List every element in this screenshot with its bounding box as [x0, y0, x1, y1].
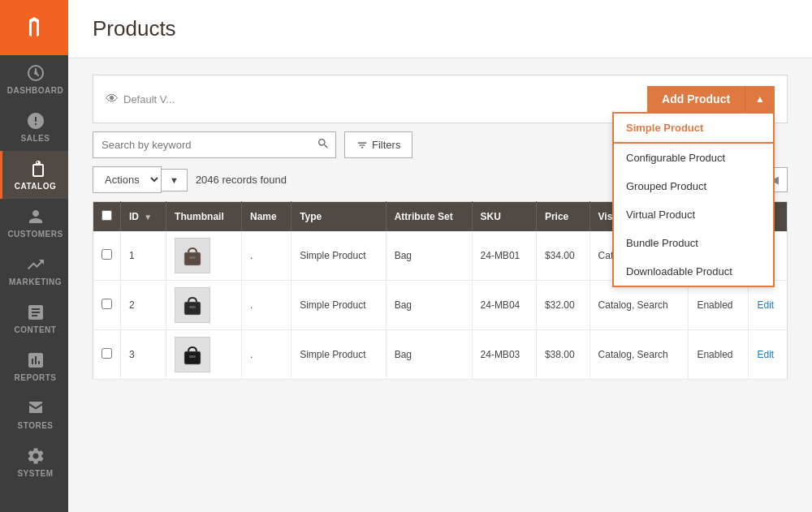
add-product-button[interactable]: Add Product — [647, 86, 745, 112]
row-status: Enabled — [689, 281, 749, 330]
status-badge: Enabled — [697, 299, 732, 311]
row-checkbox-cell — [93, 330, 121, 380]
actions-dropdown-arrow[interactable]: ▼ — [162, 169, 188, 191]
sidebar-item-label: DASHBOARD — [7, 86, 64, 95]
table-row: 2 . Simple Product Bag 24-MB04 $32.00 Ca… — [93, 281, 788, 330]
sku-header: SKU — [472, 202, 536, 232]
sidebar-item-label: MARKETING — [9, 278, 62, 286]
row-checkbox[interactable] — [102, 299, 112, 309]
row-sku: 24-MB01 — [472, 231, 536, 281]
row-sku: 24-MB03 — [472, 330, 536, 380]
status-badge: Enabled — [697, 349, 732, 360]
sidebar-item-label: SYSTEM — [17, 469, 53, 478]
sidebar-item-catalog[interactable]: CATALOG — [0, 151, 68, 199]
thumbnail-header: Thumbnail — [166, 202, 242, 232]
row-thumbnail — [166, 231, 242, 281]
records-count: 2046 records found — [196, 174, 618, 186]
row-checkbox-cell — [93, 231, 121, 281]
price-header: Price — [536, 202, 590, 232]
sidebar-item-customers[interactable]: CUSTOMERS — [0, 199, 68, 247]
row-thumbnail — [166, 330, 242, 380]
sidebar-item-label: CONTENT — [15, 325, 57, 334]
row-edit-link[interactable]: Edit — [757, 299, 774, 311]
page-title: Products — [93, 16, 788, 41]
sidebar-item-system[interactable]: SYSTEM — [0, 438, 68, 486]
page-header: Products — [68, 0, 812, 58]
table-row: 3 . Simple Product Bag 24-MB03 $38.00 Ca… — [93, 330, 788, 380]
attribute-set-header: Attribute Set — [386, 202, 472, 232]
filters-label: Filters — [372, 139, 400, 151]
sidebar-item-reports[interactable]: REPORTS — [0, 342, 68, 390]
row-attribute-set: Bag — [386, 281, 472, 330]
row-type: Simple Product — [292, 330, 387, 380]
row-type: Simple Product — [292, 231, 387, 281]
sidebar-item-sales[interactable]: SALES — [0, 103, 68, 151]
dropdown-item-simple[interactable]: Simple Product — [614, 114, 773, 144]
sidebar-item-label: REPORTS — [15, 373, 57, 382]
row-price: $38.00 — [536, 330, 590, 380]
row-edit-link[interactable]: Edit — [757, 349, 774, 360]
eye-icon: 👁 — [106, 92, 119, 106]
search-button[interactable] — [317, 137, 330, 153]
row-thumbnail — [166, 281, 242, 330]
row-attribute-set: Bag — [386, 231, 472, 281]
logo[interactable] — [0, 0, 68, 55]
content-area: 👁 Default V... Add Product ▲ Simple Prod… — [68, 58, 812, 512]
row-visibility: Catalog, Search — [590, 281, 689, 330]
row-price: $34.00 — [536, 231, 590, 281]
svg-rect-4 — [189, 306, 196, 308]
search-wrap — [93, 131, 336, 158]
row-checkbox[interactable] — [102, 249, 112, 260]
dropdown-item-downloadable[interactable]: Downloadable Product — [614, 257, 773, 286]
svg-rect-2 — [189, 256, 196, 259]
dropdown-item-virtual[interactable]: Virtual Product — [614, 200, 773, 229]
type-header: Type — [292, 202, 387, 232]
sidebar-item-label: CATALOG — [15, 182, 56, 191]
sidebar-item-label: STORES — [18, 421, 54, 430]
add-product-group: Add Product ▲ Simple Product Configurabl… — [647, 86, 775, 112]
dropdown-item-grouped[interactable]: Grouped Product — [614, 172, 773, 200]
actions-wrap: Actions ▼ — [93, 166, 188, 193]
name-header: Name — [242, 202, 292, 232]
row-type: Simple Product — [292, 281, 387, 330]
sidebar-item-label: SALES — [21, 134, 50, 143]
row-name: . — [242, 281, 292, 330]
row-price: $32.00 — [536, 281, 590, 330]
dropdown-item-bundle[interactable]: Bundle Product — [614, 229, 773, 257]
sidebar-item-marketing[interactable]: MARKETING — [0, 247, 68, 295]
select-all-header — [93, 202, 121, 232]
row-sku: 24-MB04 — [472, 281, 536, 330]
toolbar-top: 👁 Default V... Add Product ▲ Simple Prod… — [93, 75, 788, 123]
row-id: 3 — [121, 330, 166, 380]
id-header[interactable]: ID ▼ — [121, 202, 166, 232]
sidebar-item-label: CUSTOMERS — [7, 230, 63, 239]
select-all-checkbox[interactable] — [102, 210, 112, 221]
row-visibility: Catalog, Search — [590, 330, 689, 380]
row-status: Enabled — [689, 330, 749, 380]
actions-select[interactable]: Actions — [93, 166, 162, 193]
sidebar-item-content[interactable]: CONTENT — [0, 295, 68, 342]
dropdown-item-configurable[interactable]: Configurable Product — [614, 144, 773, 172]
search-input[interactable] — [93, 131, 336, 158]
main-content: Products 👁 Default V... Add Product ▲ Si… — [68, 0, 812, 512]
row-checkbox-cell — [93, 281, 121, 330]
id-sort-icon: ▼ — [144, 213, 152, 222]
row-action: Edit — [749, 330, 788, 380]
row-action: Edit — [749, 281, 788, 330]
product-type-dropdown: Simple Product Configurable Product Grou… — [612, 112, 775, 287]
filters-button[interactable]: Filters — [344, 131, 412, 158]
sidebar-item-dashboard[interactable]: DASHBOARD — [0, 55, 68, 103]
sidebar-item-stores[interactable]: STORES — [0, 390, 68, 438]
row-name: . — [242, 231, 292, 281]
row-id: 2 — [121, 281, 166, 330]
svg-rect-6 — [189, 355, 196, 358]
default-view-label: Default V... — [123, 93, 175, 105]
row-attribute-set: Bag — [386, 330, 472, 380]
add-product-dropdown-toggle[interactable]: ▲ — [745, 86, 775, 112]
row-id: 1 — [121, 231, 166, 281]
sidebar: DASHBOARD SALES CATALOG CUSTOMERS MARKET… — [0, 0, 68, 512]
row-checkbox[interactable] — [102, 348, 112, 359]
row-name: . — [242, 330, 292, 380]
default-view-text: 👁 Default V... — [106, 92, 647, 106]
